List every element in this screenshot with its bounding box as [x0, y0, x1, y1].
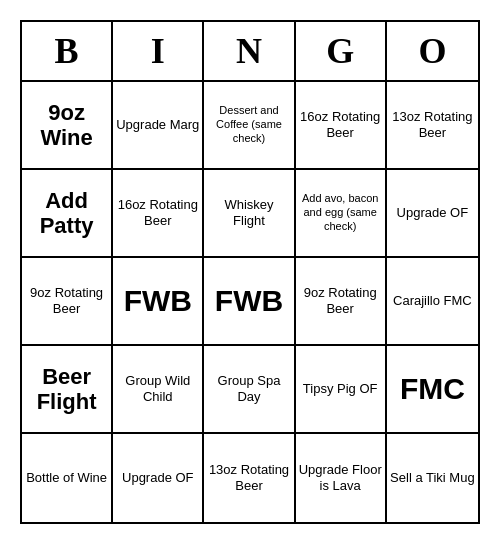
- bingo-cell-8: Add avo, bacon and egg (same check): [296, 170, 387, 258]
- cell-text-6: 16oz Rotating Beer: [116, 197, 199, 230]
- cell-text-17: Group Spa Day: [207, 373, 290, 406]
- bingo-cell-17: Group Spa Day: [204, 346, 295, 434]
- cell-text-1: Upgrade Marg: [116, 117, 199, 133]
- bingo-cell-4: 13oz Rotating Beer: [387, 82, 478, 170]
- bingo-card: BINGO 9oz WineUpgrade MargDessert and Co…: [20, 20, 480, 524]
- bingo-cell-6: 16oz Rotating Beer: [113, 170, 204, 258]
- bingo-cell-22: 13oz Rotating Beer: [204, 434, 295, 522]
- cell-text-9: Upgrade OF: [397, 205, 469, 221]
- bingo-cell-18: Tipsy Pig OF: [296, 346, 387, 434]
- bingo-cell-3: 16oz Rotating Beer: [296, 82, 387, 170]
- cell-text-0: 9oz Wine: [25, 100, 108, 151]
- cell-text-10: 9oz Rotating Beer: [25, 285, 108, 318]
- cell-text-16: Group Wild Child: [116, 373, 199, 406]
- cell-text-22: 13oz Rotating Beer: [207, 462, 290, 495]
- header-letter-G: G: [296, 22, 387, 80]
- bingo-cell-2: Dessert and Coffee (same check): [204, 82, 295, 170]
- header-letter-B: B: [22, 22, 113, 80]
- bingo-cell-21: Upgrade OF: [113, 434, 204, 522]
- cell-text-14: Carajillo FMC: [393, 293, 472, 309]
- bingo-cell-7: Whiskey Flight: [204, 170, 295, 258]
- bingo-header: BINGO: [22, 22, 478, 82]
- bingo-cell-20: Bottle of Wine: [22, 434, 113, 522]
- cell-text-8: Add avo, bacon and egg (same check): [299, 192, 382, 233]
- bingo-cell-5: Add Patty: [22, 170, 113, 258]
- cell-text-2: Dessert and Coffee (same check): [207, 104, 290, 145]
- cell-text-4: 13oz Rotating Beer: [390, 109, 475, 142]
- bingo-cell-23: Upgrade Floor is Lava: [296, 434, 387, 522]
- cell-text-23: Upgrade Floor is Lava: [299, 462, 382, 495]
- cell-text-13: 9oz Rotating Beer: [299, 285, 382, 318]
- bingo-cell-15: Beer Flight: [22, 346, 113, 434]
- header-letter-I: I: [113, 22, 204, 80]
- bingo-cell-13: 9oz Rotating Beer: [296, 258, 387, 346]
- cell-text-18: Tipsy Pig OF: [303, 381, 378, 397]
- cell-text-12: FWB: [215, 282, 283, 320]
- bingo-cell-14: Carajillo FMC: [387, 258, 478, 346]
- bingo-cell-12: FWB: [204, 258, 295, 346]
- cell-text-11: FWB: [124, 282, 192, 320]
- header-letter-N: N: [204, 22, 295, 80]
- cell-text-20: Bottle of Wine: [26, 470, 107, 486]
- bingo-cell-9: Upgrade OF: [387, 170, 478, 258]
- bingo-cell-24: Sell a Tiki Mug: [387, 434, 478, 522]
- cell-text-15: Beer Flight: [25, 364, 108, 415]
- cell-text-24: Sell a Tiki Mug: [390, 470, 475, 486]
- bingo-cell-10: 9oz Rotating Beer: [22, 258, 113, 346]
- cell-text-19: FMC: [400, 370, 465, 408]
- bingo-cell-0: 9oz Wine: [22, 82, 113, 170]
- bingo-cell-16: Group Wild Child: [113, 346, 204, 434]
- cell-text-21: Upgrade OF: [122, 470, 194, 486]
- cell-text-7: Whiskey Flight: [207, 197, 290, 230]
- cell-text-3: 16oz Rotating Beer: [299, 109, 382, 142]
- cell-text-5: Add Patty: [25, 188, 108, 239]
- header-letter-O: O: [387, 22, 478, 80]
- bingo-cell-1: Upgrade Marg: [113, 82, 204, 170]
- bingo-cell-19: FMC: [387, 346, 478, 434]
- bingo-cell-11: FWB: [113, 258, 204, 346]
- bingo-grid: 9oz WineUpgrade MargDessert and Coffee (…: [22, 82, 478, 522]
